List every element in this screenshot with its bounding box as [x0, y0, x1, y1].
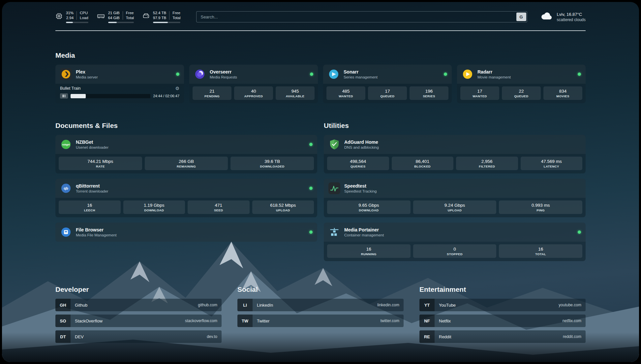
app-name: Media Portainer	[344, 227, 384, 232]
app-filebrowser[interactable]: File Browser Media File Management	[55, 223, 317, 242]
section-media: Media Plex Media server	[55, 51, 586, 103]
card-speedtest: Speedtest Speedtest Tracking 9.65 GbpsDO…	[324, 179, 586, 217]
bookmark-abbr: YT	[419, 299, 435, 311]
weather-condition: scattered clouds	[557, 17, 586, 22]
app-desc: Usenet downloader	[76, 145, 108, 149]
bookmark-domain: github.com	[198, 303, 217, 307]
app-desc: Series management	[344, 75, 378, 79]
app-plex[interactable]: Plex Media server	[55, 65, 184, 84]
stat-queued: 17QUEUED	[368, 86, 407, 100]
ram-progress-bar	[108, 22, 134, 23]
app-sonarr[interactable]: Sonarr Series management	[323, 65, 452, 84]
card-filebrowser: File Browser Media File Management	[55, 223, 317, 242]
app-name: Plex	[76, 69, 98, 75]
gear-icon[interactable]: ⚙	[175, 86, 179, 91]
overseerr-icon	[194, 68, 206, 80]
bookmark-name: DEV	[75, 334, 84, 339]
svg-text:nzbget: nzbget	[62, 143, 70, 146]
bookmark-domain: youtube.com	[559, 303, 581, 307]
stat-download: 1.19 GbpsDOWNLOAD	[123, 200, 185, 214]
status-dot	[444, 73, 447, 76]
adguard-shield-icon	[328, 138, 340, 150]
stat-seed: 471SEED	[188, 200, 250, 214]
status-dot	[309, 143, 313, 146]
app-desc: Media server	[76, 75, 98, 79]
stat-downloaded: 39.6 TBDOWNLOADED	[230, 157, 314, 170]
cpu-metric: 31% 2.94 CPU Load	[55, 11, 88, 23]
bookmark-youtube[interactable]: YT YouTube youtube.com	[419, 299, 586, 311]
bookmark-name: LinkedIn	[257, 303, 273, 308]
portainer-crane-icon	[328, 226, 340, 238]
stat-ping: 0.993 msPING	[499, 200, 582, 214]
search-input[interactable]	[197, 15, 516, 19]
dashboard-window: 31% 2.94 CPU Load	[2, 2, 639, 362]
stat-wanted: 485WANTED	[326, 86, 365, 100]
app-qbittorrent[interactable]: qb qBittorrent Torrent downloader	[55, 179, 317, 198]
bookmark-name: StackOverflow	[75, 318, 103, 323]
stat-download: 9.65 GbpsDOWNLOAD	[327, 200, 411, 214]
bookmarks-title-developer: Developer	[55, 286, 222, 293]
ram-free-label: Free	[126, 11, 134, 15]
stat-available: 945AVAILABLE	[276, 86, 315, 100]
cpu-usage-label: CPU	[80, 11, 88, 15]
app-portainer[interactable]: Media Portainer Container management	[324, 223, 586, 242]
system-metrics: 31% 2.94 CPU Load	[55, 11, 180, 23]
section-documents: Documents & Files nzbget	[55, 122, 317, 261]
weather-location: Lviv, 16.87°C	[557, 12, 586, 17]
bookmark-netflix[interactable]: NF Netflix netflix.com	[419, 315, 586, 327]
bookmark-domain: reddit.com	[563, 334, 581, 339]
app-speedtest[interactable]: Speedtest Speedtest Tracking	[324, 179, 586, 198]
cpu-load-label: Load	[80, 15, 88, 20]
playback-progress[interactable]	[71, 94, 150, 98]
app-desc: Movie management	[477, 75, 511, 79]
app-name: File Browser	[76, 227, 116, 232]
topbar: 31% 2.94 CPU Load	[55, 11, 586, 23]
nzbget-icon: nzbget	[60, 138, 72, 150]
stat-pending: 21PENDING	[193, 86, 231, 100]
bookmark-abbr: TW	[237, 315, 253, 327]
status-dot	[578, 73, 581, 76]
radarr-icon	[462, 68, 473, 80]
bookmark-dev[interactable]: DT DEV dev.to	[55, 330, 222, 343]
stat-upload: 9.24 GbpsUPLOAD	[413, 200, 497, 214]
bookmarks-developer: Developer GH Github github.com SO StackO…	[55, 286, 222, 343]
app-nzbget[interactable]: nzbget NZBGet Usenet downloader	[55, 135, 317, 154]
svg-text:qb: qb	[64, 186, 68, 190]
stat-remaining: 266 GBREMAINING	[145, 157, 228, 170]
bookmark-reddit[interactable]: RE Reddit reddit.com	[419, 330, 586, 343]
status-dot	[310, 73, 313, 76]
card-radarr: Radarr Movie management 17WANTED 22QUEUE…	[457, 65, 586, 103]
stat-movies: 834MOVIES	[543, 86, 582, 100]
search-provider-button[interactable]: G	[516, 13, 526, 21]
bookmark-domain: dev.to	[207, 334, 217, 339]
app-name: Radarr	[477, 69, 511, 75]
stat-series: 196SERIES	[410, 86, 448, 100]
stat-running: 16RUNNING	[327, 244, 411, 258]
stat-stopped: 0STOPPED	[413, 244, 497, 258]
speedtest-icon	[328, 182, 340, 194]
playback-time: 24:44 / 02:06:47	[153, 94, 179, 98]
now-playing-title: Bullet Train	[60, 86, 81, 91]
bookmark-domain: stackoverflow.com	[185, 318, 217, 323]
bookmark-twitter[interactable]: TW Twitter twitter.com	[237, 315, 404, 327]
stat-latency: 47.569 msLATENCY	[521, 157, 583, 170]
app-overseerr[interactable]: Overseerr Media Requests	[189, 65, 318, 84]
cpu-icon	[55, 13, 63, 20]
bookmark-linkedin[interactable]: LI LinkedIn linkedin.com	[237, 299, 404, 311]
bookmark-github[interactable]: GH Github github.com	[55, 299, 222, 311]
pause-button[interactable]	[60, 93, 68, 99]
app-name: qBittorrent	[76, 183, 108, 189]
bookmark-name: Github	[75, 303, 87, 308]
app-adguard[interactable]: AdGuard Home DNS and adblocking	[324, 135, 586, 154]
app-radarr[interactable]: Radarr Movie management	[457, 65, 586, 84]
bookmark-stackoverflow[interactable]: SO StackOverflow stackoverflow.com	[55, 315, 222, 327]
ram-icon	[97, 13, 105, 20]
card-adguard: AdGuard Home DNS and adblocking 498,564Q…	[324, 135, 586, 173]
stat-approved: 40APPROVED	[234, 86, 273, 100]
bookmark-name: Twitter	[257, 318, 269, 323]
status-dot	[309, 187, 313, 190]
ram-free-value: 21 GiB	[108, 11, 120, 15]
cpu-progress-bar	[66, 22, 88, 23]
ram-metric: 21 GiB 64 GiB Free Total	[97, 11, 134, 23]
search-bar[interactable]: G	[196, 11, 527, 22]
